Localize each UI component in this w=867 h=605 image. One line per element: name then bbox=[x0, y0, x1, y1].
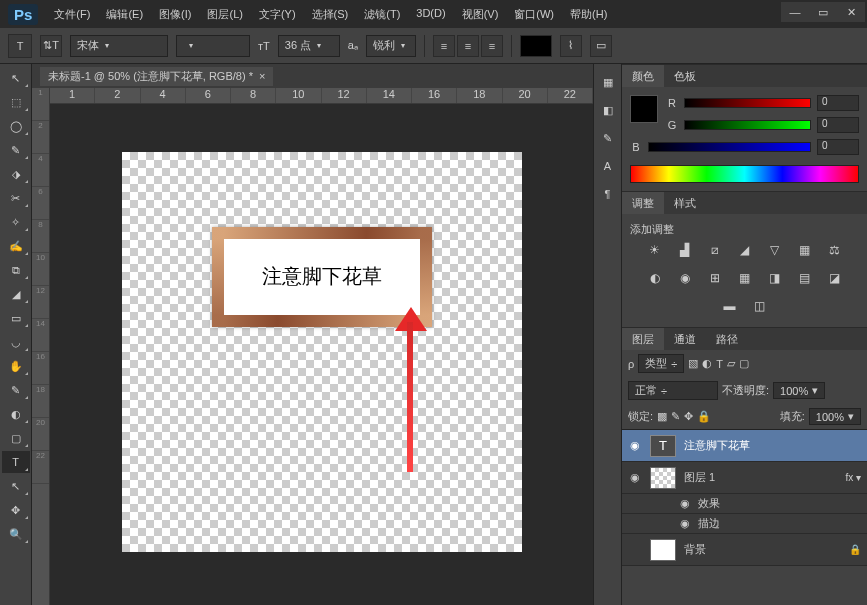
tab-paths[interactable]: 路径 bbox=[706, 328, 748, 350]
close-button[interactable]: ✕ bbox=[837, 2, 865, 22]
font-style-dropdown[interactable]: ▾ bbox=[176, 35, 250, 57]
layer-row[interactable]: 背景🔒 bbox=[622, 534, 867, 566]
color-spectrum[interactable] bbox=[630, 165, 859, 183]
menu-item[interactable]: 选择(S) bbox=[306, 5, 355, 24]
tool-1[interactable]: ⬚ bbox=[2, 91, 30, 113]
character-panel-button[interactable]: ▭ bbox=[590, 35, 612, 57]
filter-smart-icon[interactable]: ▢ bbox=[739, 357, 749, 370]
lock-transparency-icon[interactable]: ▩ bbox=[657, 410, 667, 423]
font-size-dropdown[interactable]: 36 点▾ bbox=[278, 35, 340, 57]
tool-17[interactable]: ↖ bbox=[2, 475, 30, 497]
gradient-map-icon[interactable]: ▬ bbox=[720, 297, 740, 315]
levels-icon[interactable]: ▟ bbox=[675, 241, 695, 259]
visibility-toggle[interactable]: ◉ bbox=[628, 471, 642, 484]
history-panel-icon[interactable]: ▦ bbox=[596, 70, 620, 94]
tab-layers[interactable]: 图层 bbox=[622, 328, 664, 350]
color-value-input[interactable]: 0 bbox=[817, 95, 859, 111]
paragraph-panel-icon[interactable]: ¶ bbox=[596, 182, 620, 206]
bw-icon[interactable]: ◐ bbox=[645, 269, 665, 287]
filter-type-icon[interactable]: T bbox=[716, 358, 723, 370]
font-family-dropdown[interactable]: 宋体▾ bbox=[70, 35, 168, 57]
layer-row[interactable]: ◉T注意脚下花草 bbox=[622, 430, 867, 462]
fx-badge[interactable]: fx ▾ bbox=[845, 472, 861, 483]
color-value-input[interactable]: 0 bbox=[817, 117, 859, 133]
tab-styles[interactable]: 样式 bbox=[664, 192, 706, 214]
tool-15[interactable]: ▢ bbox=[2, 427, 30, 449]
close-tab-icon[interactable]: × bbox=[259, 70, 265, 82]
lookup-icon[interactable]: ▦ bbox=[735, 269, 755, 287]
layer-filter-kind[interactable]: 类型÷ bbox=[638, 354, 684, 373]
curves-icon[interactable]: ⧄ bbox=[705, 241, 725, 259]
color-slider[interactable] bbox=[684, 98, 811, 108]
foreground-color-swatch[interactable] bbox=[630, 95, 658, 123]
antialias-dropdown[interactable]: 锐利▾ bbox=[366, 35, 416, 57]
tool-14[interactable]: ◐ bbox=[2, 403, 30, 425]
menu-item[interactable]: 图像(I) bbox=[153, 5, 197, 24]
tool-7[interactable]: ✍ bbox=[2, 235, 30, 257]
layer-row[interactable]: ◉图层 1fx ▾ bbox=[622, 462, 867, 494]
text-orientation-toggle[interactable]: ⇅T bbox=[40, 35, 62, 57]
tab-color[interactable]: 颜色 bbox=[622, 65, 664, 87]
align-left-button[interactable]: ≡ bbox=[433, 35, 455, 57]
character-panel-icon[interactable]: A bbox=[596, 154, 620, 178]
menu-item[interactable]: 编辑(E) bbox=[100, 5, 149, 24]
tool-10[interactable]: ▭ bbox=[2, 307, 30, 329]
menu-item[interactable]: 文件(F) bbox=[48, 5, 96, 24]
tool-3[interactable]: ✎ bbox=[2, 139, 30, 161]
layer-effects-row[interactable]: ◉效果 bbox=[622, 494, 867, 514]
selective-color-icon[interactable]: ◫ bbox=[750, 297, 770, 315]
properties-panel-icon[interactable]: ◧ bbox=[596, 98, 620, 122]
minimize-button[interactable]: — bbox=[781, 2, 809, 22]
warp-text-button[interactable]: ⌇ bbox=[560, 35, 582, 57]
canvas-area[interactable]: 1246810121416182022 注意脚下花草 bbox=[50, 88, 593, 605]
tool-19[interactable]: 🔍 bbox=[2, 523, 30, 545]
tab-adjustments[interactable]: 调整 bbox=[622, 192, 664, 214]
color-value-input[interactable]: 0 bbox=[817, 139, 859, 155]
opacity-input[interactable]: 100%▾ bbox=[773, 382, 825, 399]
brush-panel-icon[interactable]: ✎ bbox=[596, 126, 620, 150]
tool-13[interactable]: ✎ bbox=[2, 379, 30, 401]
visibility-toggle[interactable]: ◉ bbox=[628, 439, 642, 452]
tool-12[interactable]: ✋ bbox=[2, 355, 30, 377]
visibility-toggle[interactable]: ◉ bbox=[678, 517, 692, 530]
channel-mixer-icon[interactable]: ⊞ bbox=[705, 269, 725, 287]
menu-item[interactable]: 窗口(W) bbox=[508, 5, 560, 24]
tool-11[interactable]: ◡ bbox=[2, 331, 30, 353]
color-balance-icon[interactable]: ⚖ bbox=[825, 241, 845, 259]
layer-effect-item[interactable]: ◉描边 bbox=[622, 514, 867, 534]
color-slider[interactable] bbox=[684, 120, 811, 130]
lock-pixels-icon[interactable]: ✎ bbox=[671, 410, 680, 423]
menu-item[interactable]: 图层(L) bbox=[201, 5, 248, 24]
tool-6[interactable]: ✧ bbox=[2, 211, 30, 233]
visibility-toggle[interactable]: ◉ bbox=[678, 497, 692, 510]
exposure-icon[interactable]: ◢ bbox=[735, 241, 755, 259]
tool-8[interactable]: ⧉ bbox=[2, 259, 30, 281]
filter-pixel-icon[interactable]: ▧ bbox=[688, 357, 698, 370]
menu-item[interactable]: 帮助(H) bbox=[564, 5, 613, 24]
threshold-icon[interactable]: ◪ bbox=[825, 269, 845, 287]
tool-0[interactable]: ↖ bbox=[2, 67, 30, 89]
hue-sat-icon[interactable]: ▦ bbox=[795, 241, 815, 259]
tool-16[interactable]: T bbox=[2, 451, 30, 473]
tool-preset[interactable]: T bbox=[8, 34, 32, 58]
invert-icon[interactable]: ◨ bbox=[765, 269, 785, 287]
menu-item[interactable]: 文字(Y) bbox=[253, 5, 302, 24]
menu-item[interactable]: 视图(V) bbox=[456, 5, 505, 24]
tool-4[interactable]: ⬗ bbox=[2, 163, 30, 185]
fill-input[interactable]: 100%▾ bbox=[809, 408, 861, 425]
filter-adjust-icon[interactable]: ◐ bbox=[702, 357, 712, 370]
photo-filter-icon[interactable]: ◉ bbox=[675, 269, 695, 287]
brightness-icon[interactable]: ☀ bbox=[645, 241, 665, 259]
align-right-button[interactable]: ≡ bbox=[481, 35, 503, 57]
tool-2[interactable]: ◯ bbox=[2, 115, 30, 137]
tool-9[interactable]: ◢ bbox=[2, 283, 30, 305]
color-slider[interactable] bbox=[648, 142, 811, 152]
canvas[interactable]: 注意脚下花草 bbox=[122, 152, 522, 552]
document-tab[interactable]: 未标题-1 @ 50% (注意脚下花草, RGB/8) * × bbox=[40, 67, 273, 86]
lock-all-icon[interactable]: 🔒 bbox=[697, 410, 711, 423]
menu-item[interactable]: 3D(D) bbox=[410, 5, 451, 24]
tab-channels[interactable]: 通道 bbox=[664, 328, 706, 350]
menu-item[interactable]: 滤镜(T) bbox=[358, 5, 406, 24]
align-center-button[interactable]: ≡ bbox=[457, 35, 479, 57]
text-color-swatch[interactable] bbox=[520, 35, 552, 57]
